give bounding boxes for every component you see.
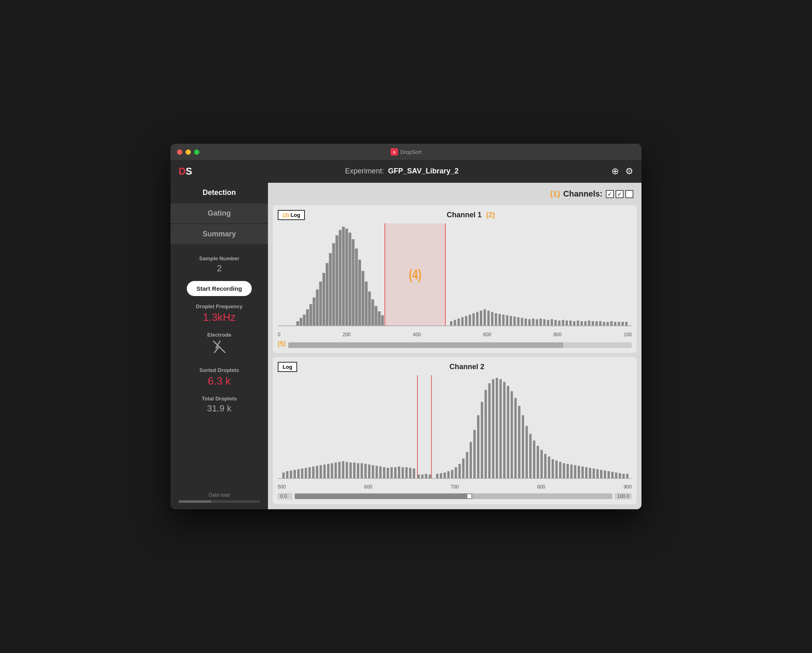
add-button[interactable]: ⊕ <box>611 167 619 176</box>
svg-rect-101 <box>331 463 333 478</box>
svg-rect-42 <box>473 313 475 326</box>
channel3-checkbox[interactable] <box>625 190 633 198</box>
svg-rect-157 <box>544 454 546 478</box>
channel2-log-button[interactable]: Log <box>278 362 297 372</box>
nav-item-gating[interactable]: Gating <box>171 203 268 223</box>
svg-rect-68 <box>569 320 572 326</box>
svg-rect-166 <box>578 466 580 478</box>
slider-thumb[interactable] <box>466 493 472 499</box>
channel1-number: (2) <box>486 211 495 219</box>
svg-rect-27 <box>355 249 358 326</box>
svg-rect-177 <box>619 473 621 478</box>
data-load-label: Data load <box>179 492 260 498</box>
content-area: (1) Channels: ✓ ✓ (3) Log Channel 1 <box>268 183 641 509</box>
total-droplets-stat: Total Droplets 31.9 k <box>171 396 268 414</box>
svg-rect-141 <box>484 390 487 478</box>
svg-rect-147 <box>507 386 510 478</box>
maximize-button[interactable] <box>194 149 199 155</box>
total-droplets-label: Total Droplets <box>171 396 268 402</box>
svg-rect-138 <box>473 430 476 478</box>
start-recording-button[interactable]: Start Recording <box>187 281 252 296</box>
svg-rect-142 <box>488 383 491 478</box>
svg-rect-163 <box>566 464 569 478</box>
svg-rect-74 <box>592 321 594 326</box>
svg-rect-167 <box>581 466 584 478</box>
titlebar: s DropSort <box>171 144 641 160</box>
minimize-button[interactable] <box>186 149 191 155</box>
svg-rect-108 <box>357 463 359 478</box>
channel1-checkbox[interactable]: ✓ <box>606 190 614 198</box>
svg-rect-59 <box>536 319 538 326</box>
ch1-tick-0: 0 <box>278 332 281 337</box>
svg-rect-19 <box>329 253 332 326</box>
main-layout: Detection Gating Summary Sample Number 2… <box>171 183 641 509</box>
svg-rect-56 <box>525 318 527 326</box>
channel2-header: Log Channel 2 <box>278 362 632 372</box>
svg-rect-25 <box>348 233 351 326</box>
svg-rect-152 <box>525 426 528 478</box>
svg-rect-110 <box>364 464 367 478</box>
svg-rect-107 <box>353 462 356 478</box>
svg-rect-72 <box>584 321 587 326</box>
titlebar-buttons <box>177 149 199 155</box>
svg-rect-47 <box>491 312 493 326</box>
nav-item-summary[interactable]: Summary <box>171 224 268 244</box>
svg-rect-69 <box>573 321 575 326</box>
svg-rect-134 <box>458 464 461 478</box>
svg-rect-162 <box>563 463 565 478</box>
channel1-scrollbar[interactable] <box>288 342 632 348</box>
svg-rect-125 <box>421 474 423 478</box>
svg-rect-37 <box>454 320 456 326</box>
svg-rect-44 <box>480 311 482 326</box>
channel2-slider[interactable] <box>295 493 612 499</box>
svg-rect-160 <box>555 461 558 478</box>
svg-rect-17 <box>322 273 325 326</box>
svg-rect-170 <box>593 468 595 478</box>
channel1-log-label: Log <box>291 212 300 218</box>
svg-rect-145 <box>499 379 502 478</box>
svg-rect-88 <box>282 472 285 478</box>
svg-rect-128 <box>436 474 438 478</box>
logo-s: S <box>186 166 192 177</box>
channel1-log-button[interactable]: (3) Log <box>278 210 305 220</box>
svg-rect-120 <box>402 467 404 478</box>
channel2-panel: Log Channel 2 <box>273 357 637 505</box>
ch1-tick-800: 800 <box>553 332 561 337</box>
channel1-log-number: (3) <box>283 212 291 218</box>
header: DS Experiment: GFP_SAV_Library_2 ⊕ ⚙ <box>171 160 641 183</box>
svg-rect-98 <box>320 465 322 478</box>
slider-right-value: 100.0 <box>615 493 632 499</box>
svg-rect-127 <box>429 474 431 478</box>
svg-rect-96 <box>312 466 315 478</box>
svg-rect-35 <box>381 315 384 326</box>
logo-d: D <box>179 166 186 177</box>
svg-rect-13 <box>309 304 312 326</box>
svg-rect-36 <box>450 321 453 326</box>
logo: DS <box>179 166 192 177</box>
svg-rect-92 <box>297 469 300 478</box>
svg-rect-70 <box>577 320 579 326</box>
svg-rect-80 <box>614 322 616 326</box>
svg-rect-118 <box>394 467 397 478</box>
svg-text:(4): (4) <box>409 266 421 283</box>
svg-rect-135 <box>462 458 464 478</box>
electrode-stat: Electrode <box>171 332 268 359</box>
svg-rect-99 <box>323 464 326 478</box>
ch2-tick-600: 600 <box>364 484 372 490</box>
app-title: DropSort <box>400 149 421 155</box>
svg-rect-97 <box>316 466 318 478</box>
channel1-scrollbar-thumb[interactable] <box>288 342 563 348</box>
close-button[interactable] <box>177 149 182 155</box>
ch2-tick-500: 500 <box>278 484 286 490</box>
channel2-checkbox[interactable]: ✓ <box>615 190 624 198</box>
svg-rect-21 <box>335 235 338 326</box>
svg-rect-20 <box>332 243 335 326</box>
svg-rect-65 <box>558 320 561 326</box>
settings-button[interactable]: ⚙ <box>625 167 633 176</box>
svg-rect-144 <box>496 378 498 478</box>
nav-item-detection[interactable]: Detection <box>171 183 268 203</box>
svg-rect-161 <box>559 462 561 478</box>
svg-rect-29 <box>362 271 365 326</box>
channel1-title: Channel 1 (2) <box>310 211 632 219</box>
svg-rect-115 <box>383 467 385 478</box>
